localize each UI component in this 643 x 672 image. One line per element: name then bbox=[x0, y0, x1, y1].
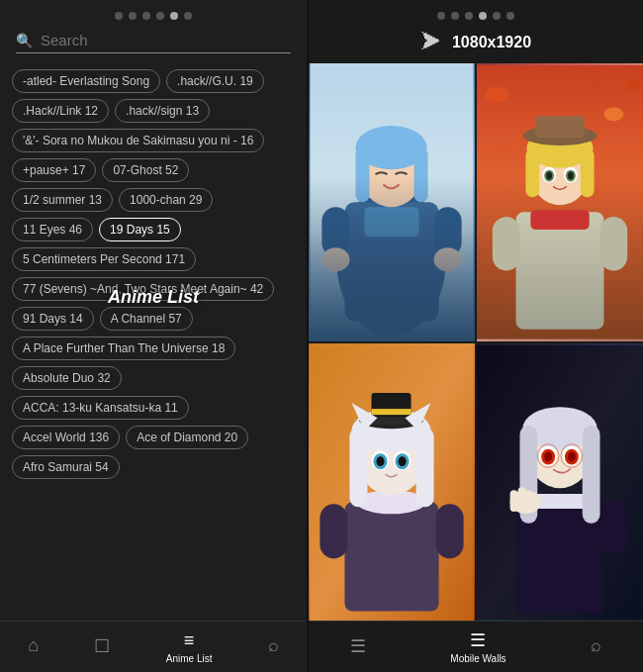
nav-anime-list-label: Anime List bbox=[166, 653, 213, 664]
svg-rect-32 bbox=[600, 217, 628, 270]
tag-91days[interactable]: 91 Days 14 bbox=[12, 307, 94, 331]
svg-rect-9 bbox=[322, 207, 349, 256]
dot-6 bbox=[184, 12, 192, 20]
svg-rect-31 bbox=[493, 217, 520, 270]
mobile-walls-icon: ☰ bbox=[470, 629, 486, 651]
svg-point-29 bbox=[546, 172, 552, 180]
tag-07ghost[interactable]: 07-Ghost 52 bbox=[102, 158, 189, 182]
r-dot-1 bbox=[437, 12, 445, 20]
nav-right-menu[interactable]: ☰ bbox=[350, 635, 366, 659]
search-bar: 🔍 bbox=[16, 32, 291, 53]
tags-container: -atled- Everlasting Song .hack//G.U. 19 … bbox=[0, 63, 307, 672]
svg-point-50 bbox=[376, 456, 384, 466]
r-dot-6 bbox=[506, 12, 514, 20]
svg-rect-43 bbox=[371, 409, 411, 415]
tag-afrosamurai[interactable]: Afro Samurai 54 bbox=[12, 455, 120, 479]
tag-absoluteduo[interactable]: Absolute Duo 32 bbox=[12, 366, 122, 390]
r-dot-2 bbox=[451, 12, 459, 20]
svg-rect-22 bbox=[535, 116, 584, 138]
tag-aplace[interactable]: A Place Further Than The Universe 18 bbox=[12, 336, 235, 360]
tag-5cm[interactable]: 5 Centimeters Per Second 171 bbox=[12, 247, 196, 271]
svg-rect-3 bbox=[344, 202, 438, 321]
tag-1000chan[interactable]: 1000-chan 29 bbox=[119, 188, 213, 212]
resolution-text: 1080x1920 bbox=[452, 34, 531, 51]
nav-anime-list[interactable]: ≡ Anime List bbox=[166, 630, 213, 664]
svg-rect-7 bbox=[355, 147, 369, 202]
svg-rect-60 bbox=[583, 425, 600, 523]
nav-phone[interactable]: ☐ bbox=[94, 635, 110, 659]
dots-indicator-right bbox=[309, 0, 643, 28]
bottom-nav-right: ☰ ☰ Mobile Walls ⌕ bbox=[309, 621, 643, 672]
tag-hacksign[interactable]: .hack//sign 13 bbox=[115, 99, 210, 123]
image-blonde-girl[interactable] bbox=[477, 63, 643, 341]
dot-1 bbox=[115, 12, 123, 20]
phone-icon: ☐ bbox=[94, 635, 110, 657]
svg-point-14 bbox=[485, 87, 508, 103]
tag-hacklink[interactable]: .Hack//Link 12 bbox=[12, 99, 109, 123]
tag-pause[interactable]: +pause+ 17 bbox=[12, 158, 96, 182]
svg-rect-23 bbox=[525, 148, 539, 197]
svg-rect-38 bbox=[349, 428, 367, 507]
search-input[interactable] bbox=[41, 32, 291, 48]
svg-point-11 bbox=[322, 247, 349, 271]
svg-rect-8 bbox=[414, 147, 428, 202]
svg-rect-70 bbox=[601, 500, 627, 553]
svg-point-2 bbox=[336, 187, 445, 336]
dot-2 bbox=[129, 12, 137, 20]
svg-rect-39 bbox=[416, 428, 434, 507]
search-nav-icon: ⌕ bbox=[268, 635, 279, 656]
tag-aceofdiamond[interactable]: Ace of Diamond 20 bbox=[126, 426, 248, 449]
svg-rect-69 bbox=[517, 487, 525, 512]
images-grid bbox=[309, 63, 643, 621]
svg-rect-52 bbox=[320, 504, 347, 558]
left-panel: 🔍 -atled- Everlasting Song .hack//G.U. 1… bbox=[0, 0, 307, 672]
tag-acca[interactable]: ACCA: 13-ku Kansatsu-ka 11 bbox=[12, 396, 189, 420]
nav-home[interactable]: ⌂ bbox=[28, 635, 39, 658]
svg-point-66 bbox=[568, 451, 576, 461]
svg-rect-1 bbox=[310, 63, 473, 341]
svg-point-30 bbox=[568, 172, 574, 180]
svg-point-65 bbox=[544, 451, 552, 461]
home-icon: ⌂ bbox=[28, 635, 39, 656]
svg-rect-18 bbox=[530, 210, 589, 230]
search-right-icon: ⌕ bbox=[591, 635, 601, 656]
nav-right-search[interactable]: ⌕ bbox=[591, 635, 601, 658]
svg-rect-4 bbox=[364, 207, 418, 237]
tag-11eyes[interactable]: 11 Eyes 46 bbox=[12, 218, 93, 241]
right-header-row: ⮞ 1080x1920 bbox=[309, 28, 643, 63]
image-blue-hair-girl[interactable] bbox=[309, 63, 475, 341]
nav-search[interactable]: ⌕ bbox=[268, 635, 279, 658]
svg-rect-53 bbox=[436, 504, 464, 558]
tag-amp[interactable]: '&'- Sora no Mukou de Sakimasu you ni - … bbox=[12, 129, 264, 152]
tag-19days[interactable]: 19 Days 15 bbox=[99, 218, 181, 241]
dot-4 bbox=[156, 12, 164, 20]
svg-rect-24 bbox=[581, 148, 595, 197]
image-catgirl[interactable] bbox=[309, 343, 475, 622]
svg-rect-10 bbox=[434, 207, 462, 256]
login-icon[interactable]: ⮞ bbox=[420, 30, 442, 55]
tag-atled[interactable]: -atled- Everlasting Song bbox=[12, 69, 160, 93]
image-demon-girl[interactable] bbox=[477, 343, 643, 622]
search-icon: 🔍 bbox=[16, 33, 33, 48]
list-icon: ≡ bbox=[184, 630, 195, 651]
svg-point-16 bbox=[625, 80, 641, 90]
bottom-nav-left: ⌂ ☐ ≡ Anime List ⌕ bbox=[0, 621, 307, 672]
tag-halfsummer[interactable]: 1/2 summer 13 bbox=[12, 188, 113, 212]
tag-achannel[interactable]: A Channel 57 bbox=[100, 307, 193, 331]
menu-icon: ☰ bbox=[350, 635, 366, 657]
svg-rect-34 bbox=[344, 502, 438, 611]
tag-accelworld[interactable]: Accel World 136 bbox=[12, 426, 120, 449]
svg-point-12 bbox=[434, 247, 462, 271]
svg-rect-68 bbox=[510, 490, 518, 512]
svg-point-15 bbox=[603, 107, 623, 121]
dots-indicator-left bbox=[0, 0, 307, 28]
right-panel: ⮞ 1080x1920 bbox=[309, 0, 643, 672]
r-dot-5 bbox=[493, 12, 501, 20]
dot-5-active bbox=[170, 12, 178, 20]
nav-mobile-walls[interactable]: ☰ Mobile Walls bbox=[450, 629, 505, 664]
nav-mobile-walls-label: Mobile Walls bbox=[450, 653, 505, 664]
r-dot-3 bbox=[465, 12, 473, 20]
tag-hackgu[interactable]: .hack//G.U. 19 bbox=[166, 69, 264, 93]
tag-77sevens[interactable]: 77 (Sevens) ~And, Two Stars Meet Again~ … bbox=[12, 277, 274, 301]
r-dot-4-active bbox=[479, 12, 487, 20]
